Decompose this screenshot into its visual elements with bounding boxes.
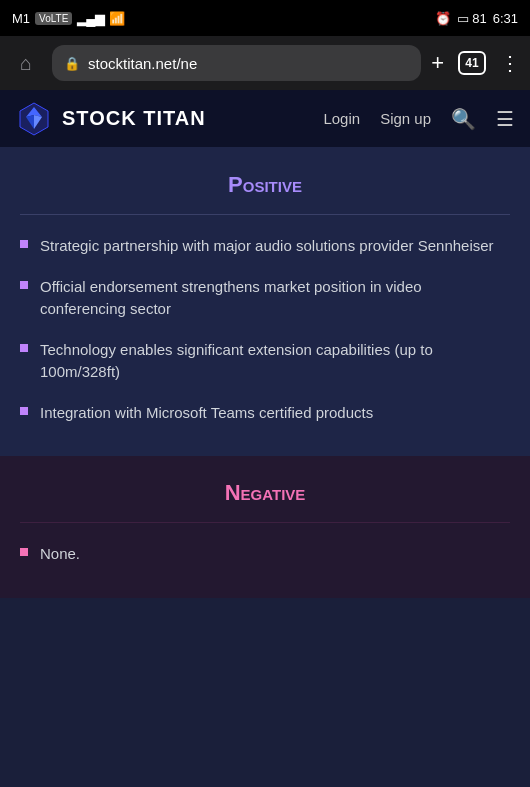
browser-actions: + 41 ⋮ [431, 50, 520, 76]
content-area: Positive Strategic partnership with majo… [0, 148, 530, 787]
carrier-label: M1 [12, 11, 30, 26]
nav-actions: Login Sign up 🔍 ☰ [323, 107, 514, 131]
login-link[interactable]: Login [323, 110, 360, 127]
menu-icon[interactable]: ☰ [496, 107, 514, 131]
list-item: Integration with Microsoft Teams certifi… [20, 402, 510, 425]
bullet-text: Integration with Microsoft Teams certifi… [40, 402, 373, 425]
browser-menu-button[interactable]: ⋮ [500, 51, 520, 75]
url-bar[interactable]: 🔒 stocktitan.net/ne [52, 45, 421, 81]
list-item: Technology enables significant extension… [20, 339, 510, 384]
bullet-text: Official endorsement strengthens market … [40, 276, 510, 321]
search-icon[interactable]: 🔍 [451, 107, 476, 131]
battery-indicator: ▭ 81 [457, 11, 486, 26]
new-tab-button[interactable]: + [431, 50, 444, 76]
battery-percent: 81 [472, 11, 486, 26]
bullet-icon [20, 281, 28, 289]
time-label: 6:31 [493, 11, 518, 26]
status-right: ⏰ ▭ 81 6:31 [435, 11, 518, 26]
list-item: Strategic partnership with major audio s… [20, 235, 510, 258]
signup-link[interactable]: Sign up [380, 110, 431, 127]
battery-icon: ▭ [457, 11, 469, 26]
tabs-button[interactable]: 41 [458, 51, 486, 75]
volte-badge: VoLTE [35, 12, 72, 25]
url-security-icon: 🔒 [64, 56, 80, 71]
alarm-icon: ⏰ [435, 11, 451, 26]
browser-bar: ⌂ 🔒 stocktitan.net/ne + 41 ⋮ [0, 36, 530, 90]
bullet-text: None. [40, 543, 80, 566]
status-bar: M1 VoLTE ▂▄▆ 📶 ⏰ ▭ 81 6:31 [0, 0, 530, 36]
wifi-icon: 📶 [109, 11, 125, 26]
list-item: Official endorsement strengthens market … [20, 276, 510, 321]
positive-bullet-list: Strategic partnership with major audio s… [20, 235, 510, 424]
positive-section: Positive Strategic partnership with majo… [0, 148, 530, 456]
bullet-icon [20, 407, 28, 415]
negative-section-title: Negative [20, 480, 510, 506]
negative-bullet-list: None. [20, 543, 510, 566]
list-item: None. [20, 543, 510, 566]
bullet-text: Strategic partnership with major audio s… [40, 235, 494, 258]
logo-icon [16, 101, 52, 137]
signal-icon: ▂▄▆ [77, 11, 103, 26]
bullet-icon [20, 548, 28, 556]
negative-section: Negative None. [0, 456, 530, 598]
bullet-text: Technology enables significant extension… [40, 339, 510, 384]
logo-text: STOCK TITAN [62, 107, 206, 130]
positive-section-title: Positive [20, 172, 510, 198]
bullet-icon [20, 344, 28, 352]
home-button[interactable]: ⌂ [10, 52, 42, 75]
positive-divider [20, 214, 510, 215]
nav-bar: STOCK TITAN Login Sign up 🔍 ☰ [0, 90, 530, 148]
url-text: stocktitan.net/ne [88, 55, 409, 72]
logo: STOCK TITAN [16, 101, 323, 137]
negative-divider [20, 522, 510, 523]
status-left: M1 VoLTE ▂▄▆ 📶 [12, 11, 125, 26]
bullet-icon [20, 240, 28, 248]
